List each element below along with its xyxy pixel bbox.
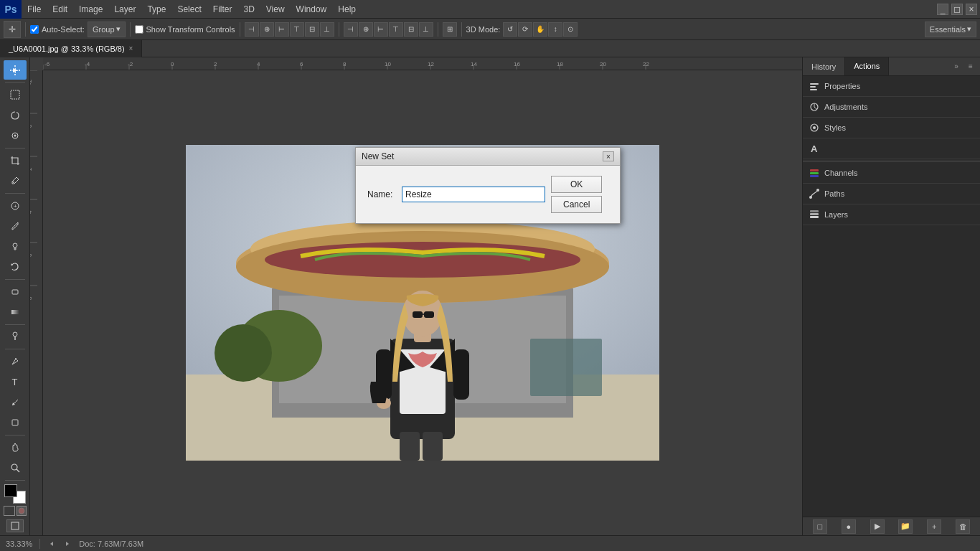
svg-point-13 (11, 464, 17, 470)
record-stop-button[interactable]: ● (842, 519, 856, 534)
marquee-tool[interactable] (4, 85, 27, 104)
menu-select[interactable]: Select (171, 0, 207, 18)
svg-point-95 (816, 189, 819, 192)
pen-tool[interactable] (4, 352, 27, 371)
menu-layer[interactable]: Layer (108, 0, 141, 18)
auto-select-checkbox[interactable] (30, 25, 39, 34)
layers-panel-item[interactable]: Layers (803, 204, 980, 225)
eraser-tool[interactable] (4, 282, 27, 301)
menu-window[interactable]: Window (291, 0, 333, 18)
type-icon: A (809, 143, 820, 154)
toolbar-move-icon[interactable]: ✛ (4, 21, 21, 38)
gradient-tool[interactable] (4, 302, 27, 321)
history-tab[interactable]: History (803, 57, 845, 75)
status-arrow-right[interactable] (63, 540, 72, 548)
group-dropdown[interactable]: Group ▾ (88, 22, 126, 37)
svg-text:4: 4 (257, 61, 260, 67)
move-tool[interactable]: ✛ (4, 60, 27, 80)
new-state-button[interactable]: □ (813, 519, 827, 534)
clone-tool[interactable] (4, 237, 27, 256)
menu-view[interactable]: View (260, 0, 291, 18)
distribute-left[interactable]: ⊣ (344, 22, 358, 37)
essentials-dropdown[interactable]: Essentials ▾ (925, 22, 976, 37)
styles-panel-item[interactable]: Styles (803, 118, 980, 138)
3d-pan[interactable]: ✋ (533, 22, 547, 37)
distribute-top[interactable]: ⊤ (389, 22, 403, 37)
dialog-titlebar[interactable]: New Set × (356, 148, 620, 166)
3d-slide[interactable]: ↕ (548, 22, 562, 37)
svg-text:6: 6 (300, 61, 303, 67)
menu-filter[interactable]: Filter (207, 0, 238, 18)
align-top[interactable]: ⊤ (290, 22, 304, 37)
menu-type[interactable]: Type (141, 0, 171, 18)
auto-align[interactable]: ⊞ (443, 22, 457, 37)
align-bottom[interactable]: ⊥ (320, 22, 334, 37)
quick-select-tool[interactable] (4, 126, 27, 145)
menu-help[interactable]: Help (332, 0, 362, 18)
new-folder-button[interactable]: 📁 (898, 519, 913, 534)
hand-tool[interactable] (4, 438, 27, 457)
adjustments-panel-item[interactable]: Adjustments (803, 97, 980, 118)
align-left[interactable]: ⊣ (245, 22, 259, 37)
minimize-button[interactable]: _ (937, 4, 948, 15)
channels-panel-item[interactable]: Channels (803, 163, 980, 184)
panel-menu-icon[interactable]: ≡ (964, 60, 977, 73)
dodge-tool[interactable] (4, 327, 27, 347)
eyedropper-tool[interactable] (4, 171, 27, 190)
text-tool[interactable]: T (4, 372, 27, 391)
shape-tool[interactable] (4, 413, 27, 432)
restore-button[interactable]: ◻ (951, 4, 963, 15)
actions-tab[interactable]: Actions (845, 57, 889, 75)
panel-expand-icon[interactable]: » (950, 60, 963, 73)
distribute-bottom[interactable]: ⊥ (419, 22, 433, 37)
dialog-ok-button[interactable]: OK (551, 176, 602, 193)
align-right[interactable]: ⊢ (275, 22, 289, 37)
history-brush-tool[interactable] (4, 257, 27, 276)
spot-heal-tool[interactable]: + (4, 196, 27, 215)
3d-roll[interactable]: ⟳ (518, 22, 532, 37)
svg-point-70 (215, 324, 272, 382)
standard-mode[interactable] (4, 506, 15, 516)
properties-panel-item[interactable]: Properties (803, 76, 980, 97)
path-select-tool[interactable] (4, 392, 27, 412)
properties-icon (809, 80, 820, 92)
svg-rect-82 (453, 349, 469, 400)
3d-scale[interactable]: ⊙ (563, 22, 578, 37)
delete-action-button[interactable]: 🗑 (956, 519, 970, 534)
foreground-color-swatch[interactable] (4, 484, 17, 497)
status-arrow-left[interactable] (47, 540, 56, 548)
new-action-button[interactable]: + (927, 519, 941, 534)
panel-tabs: History Actions » ≡ (803, 57, 980, 76)
menu-image[interactable]: Image (73, 0, 108, 18)
play-button[interactable]: ▶ (870, 519, 885, 534)
3d-rotate[interactable]: ↺ (503, 22, 517, 37)
dialog-name-input[interactable] (402, 187, 545, 202)
lasso-tool[interactable] (4, 105, 27, 125)
panel-icons: » ≡ (947, 57, 980, 75)
transform-checkbox[interactable] (135, 25, 143, 34)
menu-3d[interactable]: 3D (237, 0, 260, 18)
type-panel-item[interactable]: A (803, 138, 980, 159)
document-tab[interactable]: _U6A0001.jpg @ 33.3% (RGB/8) × (0, 40, 142, 57)
svg-text:0: 0 (171, 61, 174, 67)
paths-panel-item[interactable]: Paths (803, 184, 980, 204)
align-center-v[interactable]: ⊟ (305, 22, 319, 37)
close-button[interactable]: × (966, 4, 977, 15)
distribute-center-v[interactable]: ⊟ (404, 22, 418, 37)
menu-edit[interactable]: Edit (47, 0, 73, 18)
screen-mode-button[interactable] (6, 519, 24, 532)
dialog-close-button[interactable]: × (603, 151, 614, 161)
menu-file[interactable]: File (22, 0, 47, 18)
zoom-tool[interactable] (4, 458, 27, 477)
quick-mask-mode[interactable] (17, 506, 27, 516)
dialog-title: New Set (362, 151, 394, 161)
brush-tool[interactable] (4, 216, 27, 235)
dialog-cancel-button[interactable]: Cancel (551, 196, 602, 213)
crop-tool[interactable] (4, 151, 27, 170)
tab-close-button[interactable]: × (129, 44, 133, 52)
align-center-h[interactable]: ⊕ (260, 22, 274, 37)
distribute-right[interactable]: ⊢ (374, 22, 388, 37)
svg-text:4: 4 (30, 210, 33, 214)
distribute-center-h[interactable]: ⊕ (359, 22, 373, 37)
svg-rect-92 (810, 172, 819, 174)
